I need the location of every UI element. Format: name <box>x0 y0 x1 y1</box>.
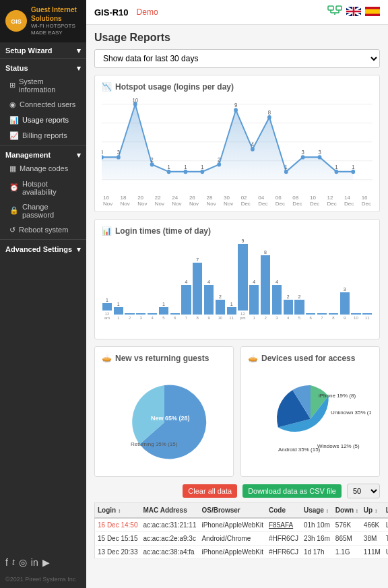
spain-flag-icon[interactable] <box>365 7 380 18</box>
bar-item: 8 <box>328 313 339 320</box>
svg-text:Android 35% (15): Android 35% (15) <box>278 447 321 453</box>
sidebar-item-setup-wizard[interactable]: Setup Wizard ▾ <box>0 42 86 57</box>
bar-item: 4 1 <box>249 280 259 320</box>
bar-item: 1 12am <box>102 298 112 320</box>
facebook-icon[interactable]: f <box>5 557 8 568</box>
hotspot-chart-title: 📉 Hotspot usage (logins per day) <box>102 82 373 92</box>
cell-code[interactable]: #HFR6CJ <box>266 546 301 559</box>
svg-text:1: 1 <box>285 164 288 170</box>
cell-login: 15 Dec 15:15 <box>95 532 141 546</box>
table-row: 13 Dec 20:33 ac:ac:ac:38:a4:fa iPhone/Ap… <box>95 546 389 559</box>
brand-tagline: WI-FI HOTSPOTS MADE EASY <box>31 23 81 37</box>
codes-icon: ▦ <box>9 164 16 173</box>
pie-icon: 🥧 <box>248 354 258 363</box>
youtube-icon[interactable]: ▶ <box>42 557 50 568</box>
col-up[interactable]: Up ↕ <box>361 503 383 519</box>
sidebar-item-reboot-system[interactable]: ↺ Reboot system <box>0 222 86 238</box>
bar-item: 2 10 <box>215 294 226 320</box>
sidebar-item-system-info[interactable]: ⊞ System information <box>0 74 86 97</box>
svg-text:New 65% (28): New 65% (28) <box>151 415 190 422</box>
device-id: GIS-R10 <box>94 7 129 18</box>
svg-text:1: 1 <box>335 164 338 170</box>
sidebar-item-connected-users[interactable]: ◉ Connected users <box>0 97 86 112</box>
download-csv-button[interactable]: Download data as CSV file <box>243 484 342 498</box>
chevron-icon: ▾ <box>77 46 81 55</box>
bar-item: 8 2 <box>260 250 271 320</box>
svg-text:Unknown 35% (15): Unknown 35% (15) <box>331 410 371 416</box>
svg-text:GIS: GIS <box>11 18 22 25</box>
per-page-select[interactable]: 50 10 25 100 <box>347 484 380 498</box>
svg-rect-3 <box>336 6 342 10</box>
cell-code[interactable]: F85AFA <box>266 518 301 532</box>
sidebar-item-advanced-settings[interactable]: Advanced Settings ▾ <box>0 241 86 255</box>
col-mac[interactable]: MAC Address <box>141 503 199 519</box>
svg-text:3: 3 <box>117 150 121 156</box>
col-os[interactable]: OS/Browser <box>199 503 266 519</box>
svg-rect-2 <box>328 6 333 10</box>
cell-logout: Unknown <box>383 546 388 559</box>
svg-text:3: 3 <box>318 150 321 156</box>
bar-item: 4 7 <box>181 280 192 320</box>
cell-up: 466K <box>361 518 383 532</box>
sidebar-item-manage-codes[interactable]: ▦ Manage codes <box>0 161 86 176</box>
bar-item: 3 9 <box>340 287 350 320</box>
main-content: GIS-R10 Demo <box>86 0 388 588</box>
pie-charts-row: 🥧 New vs returning guests New 65% (28) R… <box>94 346 380 477</box>
bar-chart-icon: 📊 <box>102 226 112 236</box>
svg-text:3: 3 <box>102 150 104 156</box>
bar-item: 2 5 <box>294 294 305 320</box>
cell-logout: Logged in <box>383 518 388 532</box>
cell-down: 1.1G <box>333 546 361 559</box>
col-code[interactable]: Code <box>266 503 301 519</box>
date-filter-select[interactable]: Show data for last 30 days Last 7 days L… <box>94 49 380 68</box>
linkedin-icon[interactable]: in <box>31 557 38 568</box>
cell-os: Android/Chrome <box>199 532 266 546</box>
uk-flag-icon[interactable] <box>346 7 361 18</box>
sidebar-item-change-password[interactable]: 🔒 Change password <box>0 199 86 222</box>
cell-down: 865M <box>333 532 361 546</box>
bar-item: 2 4 <box>283 294 294 320</box>
cell-mac: ac:ac:ac:2e:a9:3c <box>141 532 199 546</box>
col-logout[interactable]: Logout <box>383 503 388 519</box>
sidebar-item-hotspot-availability[interactable]: ⏰ Hotspot availability <box>0 176 86 199</box>
sidebar-item-status[interactable]: Status ▾ <box>0 60 86 74</box>
chevron-icon: ▾ <box>77 64 81 73</box>
clear-all-data-button[interactable]: Clear all data <box>183 484 237 498</box>
col-login[interactable]: Login ↕ <box>95 503 141 519</box>
sidebar-item-usage-reports[interactable]: 📊 Usage reports <box>0 112 86 128</box>
svg-text:1: 1 <box>352 164 355 170</box>
bar-item: 11 <box>362 313 373 320</box>
table-row: 16 Dec 14:50 ac:ac:ac:31:21:11 iPhone/Ap… <box>95 518 389 532</box>
billing-icon: 📈 <box>9 131 19 140</box>
col-down[interactable]: Down ↕ <box>333 503 361 519</box>
bar-item: 1 5 <box>158 302 169 320</box>
svg-text:iPhone 19% (8): iPhone 19% (8) <box>319 393 356 399</box>
devices-chart-card: 🥧 Devices used for access <box>240 346 380 477</box>
logo-icon: GIS <box>5 10 27 32</box>
cell-usage: 01h 10m <box>301 518 333 532</box>
bar-item: 1 11 <box>226 302 237 320</box>
chevron-icon: ▾ <box>77 245 81 254</box>
hotspot-chart-card: 📉 Hotspot usage (logins per day) <box>94 75 380 212</box>
page-title: Usage Reports <box>94 32 380 44</box>
bar-item: 9 12pm <box>238 238 249 320</box>
cell-mac: ac:ac:ac:38:a4:fa <box>141 546 199 559</box>
col-usage[interactable]: Usage ↕ <box>301 503 333 519</box>
svg-text:9: 9 <box>234 102 238 109</box>
brand-name: Guest Internet Solutions <box>31 5 81 23</box>
sidebar-item-billing-reports[interactable]: 📈 Billing reports <box>0 128 86 143</box>
svg-text:3: 3 <box>302 150 305 156</box>
bar-item: 6 <box>305 313 316 320</box>
bar-item: 4 9 <box>203 280 214 320</box>
network-icon[interactable] <box>327 5 342 19</box>
hotspot-line-chart: 3 3 10 2 1 1 1 2 9 4 8 1 3 3 1 1 <box>102 97 373 205</box>
reboot-icon: ↺ <box>9 226 15 234</box>
twitter-icon[interactable]: t <box>12 557 15 568</box>
svg-text:2: 2 <box>218 156 221 163</box>
svg-text:1: 1 <box>201 164 204 170</box>
cell-code[interactable]: #HFR6CJ <box>266 532 301 546</box>
chart-icon: 📊 <box>9 116 19 125</box>
svg-text:1: 1 <box>167 164 170 170</box>
instagram-icon[interactable]: ◎ <box>19 557 27 568</box>
sidebar-item-management[interactable]: Management ▾ <box>0 147 86 161</box>
